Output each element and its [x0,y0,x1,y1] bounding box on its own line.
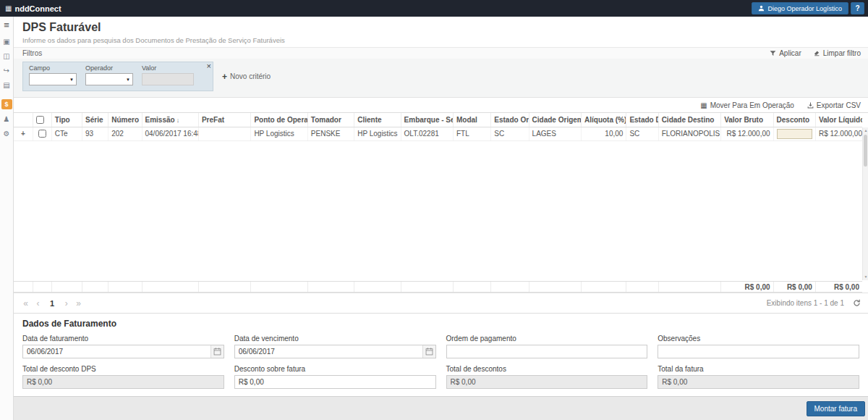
first-page-button[interactable]: « [20,298,32,308]
column-header-modal[interactable]: Modal [454,113,491,127]
cell-tipo: CTe [51,127,82,140]
copy-icon[interactable]: ▣ [1,36,12,46]
calendar-icon[interactable] [210,345,224,358]
billing-section: Dados de Faturamento Data de faturamento… [14,313,868,396]
expand-row-icon[interactable]: + [14,127,33,140]
settings-icon[interactable]: ⚙ [1,128,12,138]
scroll-up-icon[interactable]: ▲ [863,127,868,134]
montar-fatura-button[interactable]: Montar fatura [807,401,865,416]
scroll-down-icon[interactable]: ▼ [863,274,868,280]
column-header-valor-liquido[interactable]: Valor Líquido [815,113,862,127]
column-header-numero[interactable]: Número [109,113,142,127]
help-button[interactable]: ? [851,2,864,14]
column-header-desconto[interactable]: Desconto [773,113,815,127]
menu-icon[interactable]: ≡ [1,20,12,30]
user-menu-button[interactable]: Diego Operador Logístico [752,2,848,14]
export-csv-button[interactable]: Exportar CSV [807,101,861,109]
cell-aliquota: 10,00 [582,127,626,140]
refresh-icon[interactable] [853,299,861,307]
pager-status: Exibindo itens 1 - 1 de 1 [767,299,844,307]
field-ordem-pagamento: Ordem de pagamento [446,335,648,358]
previous-page-button[interactable]: ‹ [32,298,44,308]
plus-icon: + [222,72,227,82]
sort-desc-icon: ↓ [176,117,180,124]
column-header-emissao[interactable]: Emissão↓ [142,113,198,127]
total-fatura-input [658,375,859,389]
column-header-serie[interactable]: Série [82,113,109,127]
calendar-icon[interactable] [422,345,435,358]
row-checkbox[interactable] [38,130,46,138]
data-vencimento-label: Data de vencimento [234,335,436,343]
last-page-button[interactable]: » [72,298,85,308]
grid-toolbar: ▦ Mover Para Em Operação Exportar CSV [14,98,868,112]
column-header-estado-origem[interactable]: Estado Ori... [491,113,529,127]
desconto-sobre-fatura-label: Desconto sobre fatura [234,365,436,373]
column-header-aliquota[interactable]: Alíquota (%) [582,113,626,127]
clear-filter-button[interactable]: Limpar filtro [813,49,861,57]
billing-icon[interactable]: $ [1,99,12,109]
column-header-embarque[interactable]: Embarque - Sell [401,113,453,127]
field-total-descontos: Total de descontos [446,365,648,389]
data-faturamento-label: Data de faturamento [22,335,224,343]
billing-title: Dados de Faturamento [22,319,859,329]
cell-ponto-operacao: HP Logistics [251,127,307,140]
field-data-faturamento: Data de faturamento [22,335,224,358]
column-header-cliente[interactable]: Cliente [354,113,401,127]
next-page-button[interactable]: › [60,298,72,308]
campo-select[interactable]: ▼ [29,73,77,85]
users-icon[interactable]: ♟ [1,114,12,124]
cell-cidade-destino: FLORIANOPOLIS [658,127,721,140]
data-faturamento-input[interactable] [22,345,224,358]
eraser-icon [813,50,820,56]
funnel-icon [770,50,776,56]
apply-filter-button[interactable]: Aplicar [770,49,801,57]
total-descontos-input [446,375,648,389]
footer-desconto: R$ 0,00 [773,282,815,293]
filters-title: Filtros [22,49,42,57]
total-descontos-label: Total de descontos [446,365,648,373]
main-content: DPS Faturável Informe os dados para pesq… [14,17,868,420]
column-header-ponto-operacao[interactable]: Ponto de Operação [251,113,307,127]
table-row[interactable]: + CTe 93 202 04/06/2017 16:48 HP Logisti… [14,127,862,140]
column-header-valor-bruto[interactable]: Valor Bruto [721,113,773,127]
new-criteria-button[interactable]: + Novo critério [222,72,271,82]
column-header-tomador[interactable]: Tomador [307,113,354,127]
column-header-select [33,113,51,127]
current-page[interactable]: 1 [50,299,54,308]
remove-criteria-icon[interactable]: × [207,62,211,70]
chevron-down-icon: ▼ [126,77,130,82]
topbar: ▦ nddConnect Diego Operador Logístico ? [0,0,868,17]
truck-icon[interactable]: ◫ [1,51,12,61]
column-header-tipo[interactable]: Tipo [51,113,82,127]
desconto-sobre-fatura-input[interactable] [234,375,436,389]
cell-estado-destino: SC [626,127,658,140]
bottom-action-bar: Montar fatura [14,396,868,420]
column-header-estado-destino[interactable]: Estado De... [626,113,658,127]
column-header-cidade-origem[interactable]: Cidade Origem [529,113,581,127]
observacoes-input[interactable] [658,345,859,358]
column-header-cidade-destino[interactable]: Cidade Destino [658,113,721,127]
sidebar: ≡ ▣ ◫ ↪ ▤ $ ♟ ⚙ [0,17,14,420]
vertical-scrollbar[interactable]: ▲ ▼ [862,127,868,280]
select-all-checkbox[interactable] [36,116,44,124]
valor-input[interactable] [142,73,194,85]
operador-select[interactable]: ▼ [85,73,133,85]
cell-modal: FTL [454,127,491,140]
user-icon [758,5,765,12]
document-icon[interactable]: ▤ [1,80,12,90]
logout-icon[interactable]: ↪ [1,65,12,75]
field-desconto-sobre-fatura: Desconto sobre fatura [234,365,436,389]
observacoes-label: Observações [658,335,859,343]
move-to-operation-button[interactable]: ▦ Mover Para Em Operação [700,101,794,109]
column-header-prefat[interactable]: PreFat [198,113,250,127]
cell-serie: 93 [82,127,109,140]
column-header-expand [14,113,33,127]
scrollbar-thumb[interactable] [864,135,867,167]
ordem-pagamento-input[interactable] [446,345,648,358]
data-vencimento-input[interactable] [234,345,436,358]
desconto-input[interactable] [777,129,812,139]
page-title: DPS Faturável [22,21,859,34]
footer-valor-liquido: R$ 0,00 [815,282,862,293]
dps-grid: Tipo Série Número Emissão↓ PreFat Ponto … [14,112,868,313]
brand-grid-icon: ▦ [5,4,12,12]
